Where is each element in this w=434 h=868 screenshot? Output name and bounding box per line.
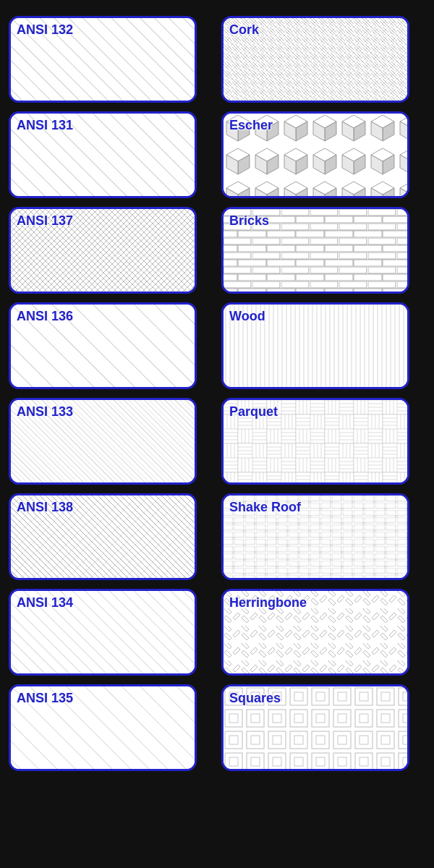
label-herringbone: Herringbone bbox=[229, 595, 307, 611]
pattern-grid: ANSI 132 Cork bbox=[0, 7, 434, 780]
label-bricks: Bricks bbox=[229, 213, 269, 229]
card-parquet[interactable]: Parquet bbox=[221, 398, 409, 485]
card-ansi133[interactable]: ANSI 133 bbox=[9, 398, 197, 485]
card-escher[interactable]: Escher bbox=[221, 111, 409, 198]
label-wood: Wood bbox=[229, 309, 265, 325]
card-ansi136[interactable]: ANSI 136 bbox=[9, 302, 197, 389]
card-ansi132[interactable]: ANSI 132 bbox=[9, 16, 197, 103]
label-ansi132: ANSI 132 bbox=[17, 22, 73, 38]
label-ansi134: ANSI 134 bbox=[17, 595, 73, 611]
card-ansi138[interactable]: ANSI 138 bbox=[9, 493, 197, 580]
label-cork: Cork bbox=[229, 22, 259, 38]
card-ansi134[interactable]: ANSI 134 bbox=[9, 589, 197, 676]
label-ansi137: ANSI 137 bbox=[17, 213, 73, 229]
label-ansi131: ANSI 131 bbox=[17, 118, 73, 134]
label-squares: Squares bbox=[229, 691, 281, 707]
card-herringbone[interactable]: Herringbone bbox=[221, 589, 409, 676]
card-ansi135[interactable]: ANSI 135 bbox=[9, 684, 197, 771]
label-ansi136: ANSI 136 bbox=[17, 309, 73, 325]
card-squares[interactable]: Squares bbox=[221, 684, 409, 771]
label-parquet: Parquet bbox=[229, 404, 278, 420]
label-escher: Escher bbox=[229, 118, 273, 134]
label-ansi138: ANSI 138 bbox=[17, 500, 73, 516]
card-cork[interactable]: Cork bbox=[221, 16, 409, 103]
card-ansi137[interactable]: ANSI 137 bbox=[9, 207, 197, 294]
card-bricks[interactable]: Bricks bbox=[221, 207, 409, 294]
card-wood[interactable]: Wood bbox=[221, 302, 409, 389]
label-ansi133: ANSI 133 bbox=[17, 404, 73, 420]
label-shakeroof: Shake Roof bbox=[229, 500, 301, 516]
label-ansi135: ANSI 135 bbox=[17, 691, 73, 707]
card-ansi131[interactable]: ANSI 131 bbox=[9, 111, 197, 198]
card-shakeroof[interactable]: Shake Roof bbox=[221, 493, 409, 580]
